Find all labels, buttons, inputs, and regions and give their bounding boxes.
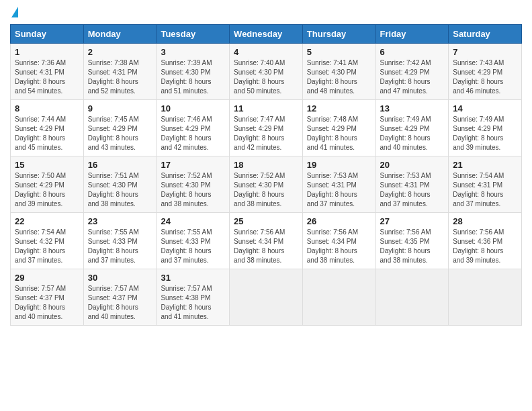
calendar-cell: 4Sunrise: 7:40 AMSunset: 4:30 PMDaylight… bbox=[230, 44, 303, 100]
calendar-header-monday: Monday bbox=[83, 25, 157, 44]
day-info: Sunrise: 7:57 AMSunset: 4:38 PMDaylight:… bbox=[161, 285, 212, 320]
calendar-cell: 2Sunrise: 7:38 AMSunset: 4:31 PMDaylight… bbox=[83, 44, 157, 100]
calendar-cell: 20Sunrise: 7:53 AMSunset: 4:31 PMDayligh… bbox=[375, 156, 449, 213]
day-number: 28 bbox=[453, 216, 517, 226]
calendar-table: SundayMondayTuesdayWednesdayThursdayFrid… bbox=[10, 24, 522, 326]
day-info: Sunrise: 7:51 AMSunset: 4:30 PMDaylight:… bbox=[88, 172, 139, 208]
calendar-week-row: 22Sunrise: 7:54 AMSunset: 4:32 PMDayligh… bbox=[11, 213, 522, 269]
day-number: 8 bbox=[15, 103, 79, 113]
day-info: Sunrise: 7:39 AMSunset: 4:30 PMDaylight:… bbox=[161, 59, 212, 95]
day-info: Sunrise: 7:42 AMSunset: 4:29 PMDaylight:… bbox=[380, 59, 431, 95]
calendar-header-friday: Friday bbox=[375, 25, 449, 44]
day-number: 23 bbox=[88, 216, 152, 226]
day-info: Sunrise: 7:55 AMSunset: 4:33 PMDaylight:… bbox=[161, 228, 212, 264]
calendar-cell: 31Sunrise: 7:57 AMSunset: 4:38 PMDayligh… bbox=[157, 269, 230, 326]
calendar-cell: 10Sunrise: 7:46 AMSunset: 4:29 PMDayligh… bbox=[157, 100, 230, 156]
calendar-cell: 3Sunrise: 7:39 AMSunset: 4:30 PMDaylight… bbox=[157, 44, 230, 100]
calendar-cell: 5Sunrise: 7:41 AMSunset: 4:30 PMDaylight… bbox=[302, 44, 375, 100]
day-info: Sunrise: 7:40 AMSunset: 4:30 PMDaylight:… bbox=[234, 59, 285, 95]
day-number: 7 bbox=[453, 47, 517, 57]
day-info: Sunrise: 7:52 AMSunset: 4:30 PMDaylight:… bbox=[234, 172, 285, 208]
logo bbox=[10, 7, 18, 19]
calendar-cell: 27Sunrise: 7:56 AMSunset: 4:35 PMDayligh… bbox=[375, 213, 449, 269]
day-number: 27 bbox=[380, 216, 445, 226]
day-info: Sunrise: 7:49 AMSunset: 4:29 PMDaylight:… bbox=[380, 116, 431, 151]
day-number: 11 bbox=[234, 103, 298, 113]
calendar-cell: 14Sunrise: 7:49 AMSunset: 4:29 PMDayligh… bbox=[449, 100, 522, 156]
calendar-cell: 25Sunrise: 7:56 AMSunset: 4:34 PMDayligh… bbox=[230, 213, 303, 269]
day-number: 6 bbox=[380, 47, 445, 57]
calendar-header-sunday: Sunday bbox=[11, 25, 84, 44]
calendar-cell: 24Sunrise: 7:55 AMSunset: 4:33 PMDayligh… bbox=[157, 213, 230, 269]
day-info: Sunrise: 7:57 AMSunset: 4:37 PMDaylight:… bbox=[88, 285, 139, 320]
day-info: Sunrise: 7:54 AMSunset: 4:32 PMDaylight:… bbox=[15, 228, 66, 264]
calendar-cell: 6Sunrise: 7:42 AMSunset: 4:29 PMDaylight… bbox=[375, 44, 449, 100]
day-number: 19 bbox=[307, 160, 371, 170]
day-number: 2 bbox=[88, 47, 152, 57]
day-info: Sunrise: 7:50 AMSunset: 4:29 PMDaylight:… bbox=[15, 172, 66, 208]
day-info: Sunrise: 7:53 AMSunset: 4:31 PMDaylight:… bbox=[380, 172, 431, 208]
calendar-week-row: 8Sunrise: 7:44 AMSunset: 4:29 PMDaylight… bbox=[11, 100, 522, 156]
calendar-cell: 11Sunrise: 7:47 AMSunset: 4:29 PMDayligh… bbox=[230, 100, 303, 156]
day-info: Sunrise: 7:38 AMSunset: 4:31 PMDaylight:… bbox=[88, 59, 139, 95]
day-number: 10 bbox=[161, 103, 225, 113]
day-info: Sunrise: 7:56 AMSunset: 4:34 PMDaylight:… bbox=[234, 228, 285, 264]
calendar-cell bbox=[302, 269, 375, 326]
day-info: Sunrise: 7:49 AMSunset: 4:29 PMDaylight:… bbox=[453, 116, 504, 151]
calendar-cell bbox=[375, 269, 449, 326]
day-number: 29 bbox=[15, 273, 79, 283]
calendar-cell: 16Sunrise: 7:51 AMSunset: 4:30 PMDayligh… bbox=[83, 156, 157, 213]
day-number: 5 bbox=[307, 47, 371, 57]
day-number: 21 bbox=[453, 160, 517, 170]
day-number: 26 bbox=[307, 216, 371, 226]
day-info: Sunrise: 7:55 AMSunset: 4:33 PMDaylight:… bbox=[88, 228, 139, 264]
day-info: Sunrise: 7:36 AMSunset: 4:31 PMDaylight:… bbox=[15, 59, 66, 95]
calendar-cell bbox=[230, 269, 303, 326]
day-number: 31 bbox=[161, 273, 225, 283]
day-info: Sunrise: 7:44 AMSunset: 4:29 PMDaylight:… bbox=[15, 116, 66, 151]
day-number: 18 bbox=[234, 160, 298, 170]
calendar-week-row: 1Sunrise: 7:36 AMSunset: 4:31 PMDaylight… bbox=[11, 44, 522, 100]
day-info: Sunrise: 7:45 AMSunset: 4:29 PMDaylight:… bbox=[88, 116, 139, 151]
calendar-cell: 29Sunrise: 7:57 AMSunset: 4:37 PMDayligh… bbox=[11, 269, 84, 326]
day-info: Sunrise: 7:53 AMSunset: 4:31 PMDaylight:… bbox=[307, 172, 358, 208]
calendar-cell: 15Sunrise: 7:50 AMSunset: 4:29 PMDayligh… bbox=[11, 156, 84, 213]
day-number: 1 bbox=[15, 47, 79, 57]
logo-triangle-icon bbox=[11, 7, 18, 17]
day-info: Sunrise: 7:56 AMSunset: 4:36 PMDaylight:… bbox=[453, 228, 504, 264]
header bbox=[10, 7, 522, 19]
day-info: Sunrise: 7:41 AMSunset: 4:30 PMDaylight:… bbox=[307, 59, 358, 95]
calendar-cell: 19Sunrise: 7:53 AMSunset: 4:31 PMDayligh… bbox=[302, 156, 375, 213]
calendar-cell: 7Sunrise: 7:43 AMSunset: 4:29 PMDaylight… bbox=[449, 44, 522, 100]
calendar-header-thursday: Thursday bbox=[302, 25, 375, 44]
calendar-cell: 8Sunrise: 7:44 AMSunset: 4:29 PMDaylight… bbox=[11, 100, 84, 156]
calendar-cell: 12Sunrise: 7:48 AMSunset: 4:29 PMDayligh… bbox=[302, 100, 375, 156]
day-number: 3 bbox=[161, 47, 225, 57]
day-number: 25 bbox=[234, 216, 298, 226]
day-info: Sunrise: 7:43 AMSunset: 4:29 PMDaylight:… bbox=[453, 59, 504, 95]
day-number: 12 bbox=[307, 103, 371, 113]
calendar-cell: 18Sunrise: 7:52 AMSunset: 4:30 PMDayligh… bbox=[230, 156, 303, 213]
day-number: 13 bbox=[380, 103, 445, 113]
day-info: Sunrise: 7:56 AMSunset: 4:34 PMDaylight:… bbox=[307, 228, 358, 264]
day-number: 20 bbox=[380, 160, 445, 170]
calendar-cell: 26Sunrise: 7:56 AMSunset: 4:34 PMDayligh… bbox=[302, 213, 375, 269]
calendar-week-row: 29Sunrise: 7:57 AMSunset: 4:37 PMDayligh… bbox=[11, 269, 522, 326]
day-number: 17 bbox=[161, 160, 225, 170]
calendar-week-row: 15Sunrise: 7:50 AMSunset: 4:29 PMDayligh… bbox=[11, 156, 522, 213]
day-number: 4 bbox=[234, 47, 298, 57]
day-number: 22 bbox=[15, 216, 79, 226]
day-number: 24 bbox=[161, 216, 225, 226]
calendar-cell: 30Sunrise: 7:57 AMSunset: 4:37 PMDayligh… bbox=[83, 269, 157, 326]
day-number: 9 bbox=[88, 103, 152, 113]
day-info: Sunrise: 7:47 AMSunset: 4:29 PMDaylight:… bbox=[234, 116, 285, 151]
calendar-cell: 22Sunrise: 7:54 AMSunset: 4:32 PMDayligh… bbox=[11, 213, 84, 269]
calendar-cell: 21Sunrise: 7:54 AMSunset: 4:31 PMDayligh… bbox=[449, 156, 522, 213]
day-number: 16 bbox=[88, 160, 152, 170]
day-number: 30 bbox=[88, 273, 152, 283]
day-info: Sunrise: 7:48 AMSunset: 4:29 PMDaylight:… bbox=[307, 116, 358, 151]
day-info: Sunrise: 7:57 AMSunset: 4:37 PMDaylight:… bbox=[15, 285, 66, 320]
calendar-cell: 1Sunrise: 7:36 AMSunset: 4:31 PMDaylight… bbox=[11, 44, 84, 100]
day-info: Sunrise: 7:46 AMSunset: 4:29 PMDaylight:… bbox=[161, 116, 212, 151]
calendar-cell: 23Sunrise: 7:55 AMSunset: 4:33 PMDayligh… bbox=[83, 213, 157, 269]
